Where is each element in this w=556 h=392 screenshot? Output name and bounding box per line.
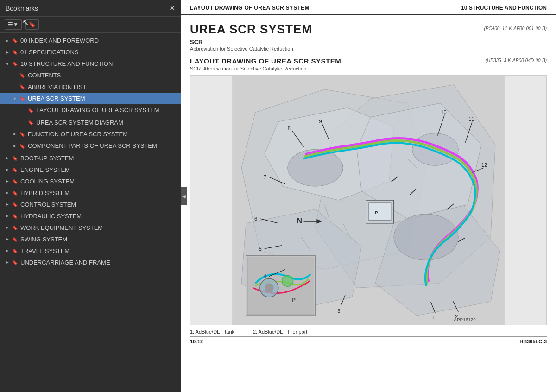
bookmark-flag-icon: 🔖: [11, 248, 19, 253]
arrow-icon: ►: [4, 167, 11, 172]
main-ref: (PC400_11-K-AF00-001-00-B): [484, 26, 547, 31]
bookmark-item-urea-scr[interactable]: ▼🔖UREA SCR SYSTEM: [0, 93, 181, 104]
arrow-icon: ▼: [11, 96, 19, 101]
close-button[interactable]: ✕: [169, 4, 175, 13]
panel-collapse-handle[interactable]: ◀: [181, 187, 187, 205]
svg-text:11: 11: [468, 116, 474, 122]
bookmark-item-swing[interactable]: ►🔖SWING SYSTEM: [0, 234, 181, 245]
diagram-svg: P 8 9 10 11 12: [190, 76, 546, 325]
page-footer: 10-12 HB365LC-3: [190, 336, 547, 346]
svg-text:4: 4: [264, 273, 266, 279]
bookmark-item-00-index[interactable]: ►🔖00 INDEX AND FOREWORD: [0, 35, 181, 46]
system-subtitle: SCR: [190, 38, 547, 45]
bookmark-flag-icon: 🔖: [27, 108, 34, 113]
bookmark-label: 00 INDEX AND FOREWORD: [20, 37, 177, 44]
arrow-icon: ►: [4, 156, 11, 160]
bookmark-label: ENGINE SYSTEM: [20, 166, 177, 173]
bookmark-flag-icon: 🔖: [19, 96, 26, 101]
bookmark-item-layout-drawing[interactable]: ►🔖LAYOUT DRAWING OF UREA SCR SYSTEM: [0, 104, 181, 117]
bookmark-item-abbrev[interactable]: ►🔖ABBREVIATION LIST: [0, 81, 181, 93]
svg-text:P: P: [375, 210, 378, 215]
arrow-icon: ►: [4, 202, 11, 207]
bookmark-flag-icon: 🔖: [27, 120, 34, 125]
bookmark-flag-icon: 🔖: [11, 179, 19, 184]
layout-icon: ☰▼: [8, 21, 19, 28]
bookmarks-toolbar: ☰▼ 🔖 ↖: [0, 17, 181, 33]
bookmark-item-10-struct[interactable]: ▼🔖10 STRUCTURE AND FUNCTION: [0, 58, 181, 70]
doc-content: UREA SCR SYSTEM (PC400_11-K-AF00-001-00-…: [181, 15, 556, 354]
arrow-icon: ►: [4, 260, 11, 265]
bookmark-label: UREA SCR SYSTEM DIAGRAM: [36, 119, 177, 126]
bookmarks-tree[interactable]: ►🔖00 INDEX AND FOREWORD►🔖01 SPECIFICATIO…: [0, 33, 181, 392]
document-panel[interactable]: LAYOUT DRAWING OF UREA SCR SYSTEM 10 STR…: [181, 0, 556, 392]
bookmarks-title: Bookmarks: [6, 5, 38, 12]
bookmark-item-control[interactable]: ►🔖CONTROL SYSTEM: [0, 199, 181, 210]
bookmark-item-01-specs[interactable]: ►🔖01 SPECIFICATIONS: [0, 46, 181, 58]
section-subtitle: SCR: Abbreviation for Selective Catalyti…: [190, 66, 547, 71]
arrow-icon: ►: [11, 144, 19, 148]
diagram-container: P 8 9 10 11 12: [190, 75, 547, 325]
system-desc: Abbreviation for Selective Catalytic Red…: [190, 46, 547, 51]
bookmark-flag-icon: 🔖: [11, 214, 19, 219]
section-ref: (HB335_3-K-AP00-04D-00-B): [486, 58, 547, 63]
bookmark-flag-icon: 🔖: [11, 167, 19, 172]
bookmarks-header: Bookmarks ✕: [0, 0, 181, 17]
bookmark-item-engine[interactable]: ►🔖ENGINE SYSTEM: [0, 164, 181, 176]
bookmark-label: HYDRAULIC SYSTEM: [20, 213, 177, 220]
bookmark-label: BOOT-UP SYSTEM: [20, 155, 177, 162]
svg-rect-45: [369, 203, 391, 221]
bookmark-label: HYBRID SYSTEM: [20, 190, 177, 196]
bookmark-label: LAYOUT DRAWING OF UREA SCR SYSTEM: [36, 107, 177, 114]
svg-text:1: 1: [431, 315, 434, 320]
bookmark-item-undercarriage[interactable]: ►🔖UNDERCARRIAGE AND FRAME: [0, 257, 181, 268]
bookmark-item-cooling[interactable]: ►🔖COOLING SYSTEM: [0, 176, 181, 187]
doc-header: LAYOUT DRAWING OF UREA SCR SYSTEM 10 STR…: [181, 0, 556, 15]
svg-text:8: 8: [288, 126, 291, 131]
bookmark-icon: 🔖: [29, 21, 36, 28]
bookmark-item-contents[interactable]: ►🔖CONTENTS: [0, 70, 181, 81]
bookmark-item-boot-up[interactable]: ►🔖BOOT-UP SYSTEM: [0, 152, 181, 164]
bookmark-label: ABBREVIATION LIST: [28, 83, 177, 90]
bookmarks-panel: Bookmarks ✕ ☰▼ 🔖 ↖ ►🔖00 INDEX AND FOREWO…: [0, 0, 181, 392]
svg-text:3: 3: [337, 308, 340, 314]
bookmark-item-component[interactable]: ►🔖COMPONENT PARTS OF UREA SCR SYSTEM: [0, 140, 181, 152]
bookmark-flag-icon: 🔖: [19, 144, 26, 149]
bookmark-label: UREA SCR SYSTEM: [28, 95, 177, 102]
bookmark-flag-icon: 🔖: [11, 202, 19, 207]
section-title: LAYOUT DRAWING OF UREA SCR SYSTEM: [190, 57, 341, 65]
arrow-icon: ►: [4, 214, 11, 218]
bookmark-item-function[interactable]: ►🔖FUNCTION OF UREA SCR SYSTEM: [0, 128, 181, 140]
bookmark-item-hybrid[interactable]: ►🔖HYBRID SYSTEM: [0, 187, 181, 199]
bookmark-item-hydraulic[interactable]: ►🔖HYDRAULIC SYSTEM: [0, 210, 181, 222]
svg-text:6: 6: [254, 216, 257, 221]
svg-text:10: 10: [441, 109, 446, 115]
bookmark-label: CONTROL SYSTEM: [20, 201, 177, 208]
svg-text:12: 12: [481, 162, 487, 168]
bookmark-label: 10 STRUCTURE AND FUNCTION: [20, 60, 177, 67]
svg-text:N: N: [297, 217, 303, 225]
bookmark-flag-icon: 🔖: [11, 50, 19, 55]
svg-point-14: [265, 283, 274, 292]
bookmark-flag-icon: 🔖: [19, 73, 26, 78]
svg-text:9: 9: [319, 119, 322, 124]
bookmark-label: COOLING SYSTEM: [20, 178, 177, 185]
bookmark-item-work-equip[interactable]: ►🔖WORK EQUIPMENT SYSTEM: [0, 222, 181, 234]
bookmark-flag-icon: 🔖: [11, 156, 19, 161]
bookmark-flag-icon: 🔖: [11, 38, 19, 43]
arrow-icon: ►: [4, 248, 11, 253]
bookmark-label: COMPONENT PARTS OF UREA SCR SYSTEM: [28, 142, 177, 150]
arrow-icon: ►: [4, 38, 11, 43]
bookmark-label: TRAVEL SYSTEM: [20, 247, 177, 254]
bookmark-add-button[interactable]: 🔖: [25, 19, 39, 30]
layout-menu-button[interactable]: ☰▼: [5, 19, 22, 30]
arrow-icon: ►: [11, 132, 19, 136]
arrow-icon: ▼: [4, 62, 11, 66]
svg-rect-11: [247, 257, 314, 315]
bookmark-item-urea-diagram[interactable]: ►🔖UREA SCR SYSTEM DIAGRAM: [0, 117, 181, 128]
arrow-icon: ►: [4, 237, 11, 241]
caption1: 1: AdBlue/DEF tank: [190, 329, 234, 335]
bookmark-flag-icon: 🔖: [11, 260, 19, 265]
doc-header-left: LAYOUT DRAWING OF UREA SCR SYSTEM: [190, 5, 310, 11]
bookmark-item-travel[interactable]: ►🔖TRAVEL SYSTEM: [0, 245, 181, 257]
bookmark-flag-icon: 🔖: [19, 132, 26, 137]
